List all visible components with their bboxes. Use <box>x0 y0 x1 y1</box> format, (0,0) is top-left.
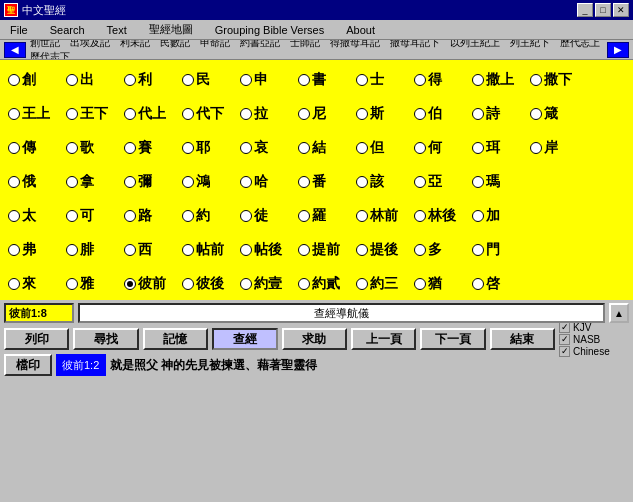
menu-file[interactable]: File <box>4 22 34 38</box>
radio-腓[interactable] <box>66 244 78 256</box>
kjv-checkbox-item[interactable]: KJV <box>559 322 629 333</box>
radio-珥[interactable] <box>472 142 484 154</box>
book-item-番[interactable]: 番 <box>298 173 356 191</box>
radio-結[interactable] <box>298 142 310 154</box>
radio-瑪[interactable] <box>472 176 484 188</box>
radio-王下[interactable] <box>66 108 78 120</box>
radio-哀[interactable] <box>240 142 252 154</box>
radio-利[interactable] <box>124 74 136 86</box>
book-item-提前[interactable]: 提前 <box>298 241 356 259</box>
radio-徒[interactable] <box>240 210 252 222</box>
radio-太[interactable] <box>8 210 20 222</box>
nav-next-button[interactable]: ▶ <box>607 42 629 58</box>
book-item-徒[interactable]: 徒 <box>240 207 298 225</box>
radio-彼後[interactable] <box>182 278 194 290</box>
book-item-多[interactable]: 多 <box>414 241 472 259</box>
radio-代下[interactable] <box>182 108 194 120</box>
radio-拿[interactable] <box>66 176 78 188</box>
book-item-賽[interactable]: 賽 <box>124 139 182 157</box>
book-item-何[interactable]: 何 <box>414 139 472 157</box>
radio-門[interactable] <box>472 244 484 256</box>
book-item-民[interactable]: 民 <box>182 71 240 89</box>
book-item-哀[interactable]: 哀 <box>240 139 298 157</box>
book-item-詩[interactable]: 詩 <box>472 105 530 123</box>
book-item-彼後[interactable]: 彼後 <box>182 275 240 293</box>
book-item-來[interactable]: 來 <box>8 275 66 293</box>
book-item-耶[interactable]: 耶 <box>182 139 240 157</box>
book-item-王上[interactable]: 王上 <box>8 105 66 123</box>
help-button[interactable]: 求助 <box>282 328 347 350</box>
book-item-林前[interactable]: 林前 <box>356 207 414 225</box>
radio-歌[interactable] <box>66 142 78 154</box>
bible-button[interactable]: 查經 <box>212 328 277 350</box>
radio-番[interactable] <box>298 176 310 188</box>
book-item-亞[interactable]: 亞 <box>414 173 472 191</box>
radio-拉[interactable] <box>240 108 252 120</box>
book-item-門[interactable]: 門 <box>472 241 530 259</box>
radio-詩[interactable] <box>472 108 484 120</box>
menu-about[interactable]: About <box>340 22 381 38</box>
book-item-代下[interactable]: 代下 <box>182 105 240 123</box>
radio-書[interactable] <box>298 74 310 86</box>
radio-提後[interactable] <box>356 244 368 256</box>
book-item-啓[interactable]: 啓 <box>472 275 530 293</box>
book-item-約壹[interactable]: 約壹 <box>240 275 298 293</box>
kjv-checkbox[interactable] <box>559 322 570 333</box>
menu-search[interactable]: Search <box>44 22 91 38</box>
radio-代上[interactable] <box>124 108 136 120</box>
book-item-該[interactable]: 該 <box>356 173 414 191</box>
nasb-checkbox-item[interactable]: NASB <box>559 334 629 345</box>
radio-多[interactable] <box>414 244 426 256</box>
radio-尼[interactable] <box>298 108 310 120</box>
book-item-提後[interactable]: 提後 <box>356 241 414 259</box>
book-item-結[interactable]: 結 <box>298 139 356 157</box>
book-item-創[interactable]: 創 <box>8 71 66 89</box>
nav-prev-button[interactable]: ◀ <box>4 42 26 58</box>
book-item-王下[interactable]: 王下 <box>66 105 124 123</box>
book-item-哈[interactable]: 哈 <box>240 173 298 191</box>
book-item-弗[interactable]: 弗 <box>8 241 66 259</box>
radio-路[interactable] <box>124 210 136 222</box>
chinese-checkbox[interactable] <box>559 346 570 357</box>
book-item-得[interactable]: 得 <box>414 71 472 89</box>
book-item-箴[interactable]: 箴 <box>530 105 588 123</box>
book-item-腓[interactable]: 腓 <box>66 241 124 259</box>
radio-得[interactable] <box>414 74 426 86</box>
stamp-button[interactable]: 檔印 <box>4 354 52 376</box>
next-page-button[interactable]: 下一頁 <box>420 328 485 350</box>
title-controls[interactable]: _ □ ✕ <box>577 3 629 17</box>
radio-箴[interactable] <box>530 108 542 120</box>
book-item-加[interactable]: 加 <box>472 207 530 225</box>
book-item-拉[interactable]: 拉 <box>240 105 298 123</box>
end-button[interactable]: 結束 <box>490 328 555 350</box>
radio-出[interactable] <box>66 74 78 86</box>
book-item-鴻[interactable]: 鴻 <box>182 173 240 191</box>
radio-亞[interactable] <box>414 176 426 188</box>
radio-哈[interactable] <box>240 176 252 188</box>
radio-士[interactable] <box>356 74 368 86</box>
book-item-約貳[interactable]: 約貳 <box>298 275 356 293</box>
book-item-傳[interactable]: 傳 <box>8 139 66 157</box>
book-item-但[interactable]: 但 <box>356 139 414 157</box>
book-item-利[interactable]: 利 <box>124 71 182 89</box>
book-item-代上[interactable]: 代上 <box>124 105 182 123</box>
book-item-雅[interactable]: 雅 <box>66 275 124 293</box>
chinese-checkbox-item[interactable]: Chinese <box>559 346 629 357</box>
book-item-斯[interactable]: 斯 <box>356 105 414 123</box>
prev-page-button[interactable]: 上一頁 <box>351 328 416 350</box>
maximize-button[interactable]: □ <box>595 3 611 17</box>
radio-王上[interactable] <box>8 108 20 120</box>
radio-約壹[interactable] <box>240 278 252 290</box>
menu-text[interactable]: Text <box>101 22 133 38</box>
menu-grouping[interactable]: Grouping Bible Verses <box>209 22 330 38</box>
book-item-書[interactable]: 書 <box>298 71 356 89</box>
book-item-士[interactable]: 士 <box>356 71 414 89</box>
radio-耶[interactable] <box>182 142 194 154</box>
radio-賽[interactable] <box>124 142 136 154</box>
book-item-俄[interactable]: 俄 <box>8 173 66 191</box>
book-item-西[interactable]: 西 <box>124 241 182 259</box>
radio-俄[interactable] <box>8 176 20 188</box>
book-item-伯[interactable]: 伯 <box>414 105 472 123</box>
book-item-太[interactable]: 太 <box>8 207 66 225</box>
radio-可[interactable] <box>66 210 78 222</box>
